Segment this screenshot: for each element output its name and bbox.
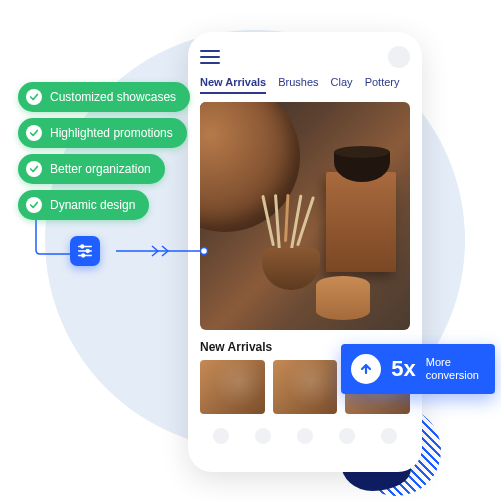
feature-customized-showcases: Customized showcases	[18, 82, 190, 112]
conversion-text: More conversion	[426, 356, 479, 381]
hero-pot	[262, 248, 320, 290]
conversion-line1: More	[426, 356, 479, 369]
nav-dot-1[interactable]	[213, 428, 229, 444]
feature-label: Customized showcases	[50, 90, 176, 104]
svg-point-0	[201, 248, 208, 255]
check-icon	[26, 125, 42, 141]
feature-label: Highlighted promotions	[50, 126, 173, 140]
tab-clay[interactable]: Clay	[331, 76, 353, 94]
avatar[interactable]	[388, 46, 410, 68]
thumbnail-1[interactable]	[200, 360, 265, 414]
conversion-multiplier: 5x	[391, 356, 415, 382]
svg-point-6	[82, 254, 85, 257]
check-icon	[26, 89, 42, 105]
bottom-nav	[200, 428, 410, 444]
feature-better-organization: Better organization	[18, 154, 165, 184]
sliders-icon[interactable]	[70, 236, 100, 266]
category-tabs: New Arrivals Brushes Clay Pottery	[200, 76, 410, 94]
nav-dot-2[interactable]	[255, 428, 271, 444]
thumbnail-2[interactable]	[273, 360, 338, 414]
feature-label: Better organization	[50, 162, 151, 176]
tab-brushes[interactable]: Brushes	[278, 76, 318, 94]
tab-pottery[interactable]: Pottery	[365, 76, 400, 94]
feature-highlighted-promotions: Highlighted promotions	[18, 118, 187, 148]
check-icon	[26, 161, 42, 177]
check-icon	[26, 197, 42, 213]
svg-point-4	[81, 245, 84, 248]
connector-line	[34, 214, 234, 274]
conversion-badge: 5x More conversion	[341, 344, 495, 394]
nav-dot-3[interactable]	[297, 428, 313, 444]
svg-point-5	[86, 250, 89, 253]
feature-label: Dynamic design	[50, 198, 135, 212]
conversion-line2: conversion	[426, 369, 479, 382]
feature-list: Customized showcases Highlighted promoti…	[18, 82, 190, 220]
feature-dynamic-design: Dynamic design	[18, 190, 149, 220]
arrow-up-icon	[351, 354, 381, 384]
menu-icon[interactable]	[200, 50, 220, 64]
hero-brushes	[272, 194, 299, 252]
hero-block	[326, 172, 396, 272]
hero-pedestal	[316, 276, 370, 320]
phone-header	[200, 46, 410, 68]
nav-dot-5[interactable]	[381, 428, 397, 444]
tab-new-arrivals[interactable]: New Arrivals	[200, 76, 266, 94]
nav-dot-4[interactable]	[339, 428, 355, 444]
